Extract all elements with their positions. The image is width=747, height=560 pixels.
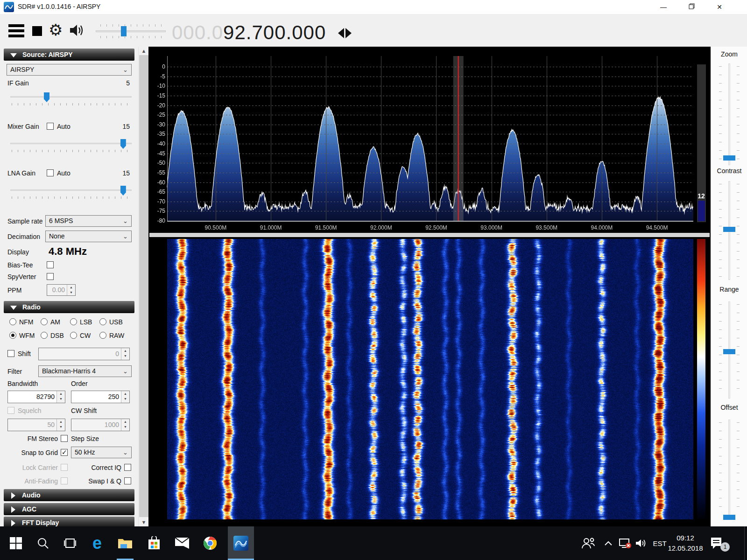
- section-header-radio[interactable]: Radio: [4, 301, 134, 313]
- show-desktop-button[interactable]: [744, 526, 747, 560]
- clock-date: 12.05.2018: [667, 543, 704, 553]
- search-icon[interactable]: [31, 526, 55, 560]
- frequency-leading-zeros[interactable]: 000.0: [172, 21, 223, 43]
- spinner-arrows-icon[interactable]: ▲▼: [67, 285, 75, 295]
- chevron-down-icon: ⌄: [123, 64, 128, 75]
- network-disconnected-icon[interactable]: [616, 526, 634, 560]
- mode-radio-cw[interactable]: [70, 332, 77, 339]
- speaker-icon[interactable]: [69, 23, 86, 39]
- mode-radio-dsb[interactable]: [41, 332, 48, 339]
- frequency-value[interactable]: 92.700.000: [223, 21, 326, 43]
- lna-gain-slider-thumb[interactable]: [120, 186, 126, 196]
- range-slider-thumb[interactable]: [723, 349, 735, 354]
- shift-checkbox[interactable]: [7, 350, 14, 357]
- mail-icon[interactable]: [170, 526, 194, 560]
- microsoft-store-icon[interactable]: [142, 526, 166, 560]
- task-view-icon[interactable]: [58, 526, 82, 560]
- section-header-audio[interactable]: Audio: [4, 489, 134, 501]
- mode-radio-wfm[interactable]: [9, 332, 16, 339]
- volume-slider[interactable]: [96, 24, 166, 38]
- offset-slider-thumb[interactable]: [723, 515, 735, 520]
- fm-stereo-checkbox[interactable]: [61, 435, 68, 442]
- shift-spinner[interactable]: 0▲▼: [38, 348, 130, 360]
- file-explorer-icon[interactable]: [113, 526, 137, 560]
- frequency-step-down-icon[interactable]: [338, 28, 344, 38]
- lna-gain-slider[interactable]: [10, 186, 132, 199]
- volume-thumb[interactable]: [121, 26, 127, 36]
- stop-button[interactable]: [32, 26, 42, 36]
- filter-select[interactable]: Blackman-Harris 4⌄: [38, 365, 132, 377]
- scroll-up-icon[interactable]: ▲: [139, 47, 149, 55]
- lna-gain-auto-checkbox[interactable]: [47, 169, 54, 176]
- minimize-button[interactable]: —: [653, 0, 674, 14]
- bandwidth-spinner[interactable]: 82790▲▼: [7, 391, 65, 403]
- spinner-arrows-icon[interactable]: ▲▼: [56, 391, 65, 403]
- volume-tray-icon[interactable]: [633, 526, 650, 560]
- close-button[interactable]: ✕: [709, 0, 730, 14]
- start-button-icon[interactable]: [4, 526, 28, 560]
- contrast-slider-thumb[interactable]: [723, 227, 735, 232]
- bias-tee-checkbox[interactable]: [47, 261, 54, 268]
- zoom-slider-thumb[interactable]: [723, 155, 735, 161]
- lock-carrier-checkbox: [61, 464, 68, 471]
- mixer-gain-slider[interactable]: [10, 139, 132, 152]
- snap-to-grid-label: Snap to Grid: [7, 449, 58, 456]
- if-gain-slider[interactable]: [10, 92, 132, 105]
- sample-rate-select[interactable]: 6 MSPS⌄: [45, 215, 132, 227]
- taskbar-clock[interactable]: 09:12 12.05.2018: [667, 533, 704, 553]
- source-device-select[interactable]: AIRSPY⌄: [7, 64, 132, 76]
- mode-radio-nfm[interactable]: [9, 318, 16, 325]
- edge-browser-icon[interactable]: e: [85, 526, 109, 560]
- range-slider[interactable]: [719, 301, 740, 399]
- scrollbar-thumb[interactable]: [139, 55, 148, 517]
- frequency-display[interactable]: 000.092.700.000: [172, 21, 326, 44]
- snap-to-grid-checkbox[interactable]: [61, 449, 68, 456]
- spectrum-display[interactable]: [148, 47, 711, 232]
- toolbar: ⚙ 000.092.700.000: [0, 14, 747, 47]
- sdrsharp-window: SDR# v1.0.0.1416 - AIRSPY — ✕ ⚙ 000.092.…: [0, 0, 747, 560]
- tray-expand-chevron-icon[interactable]: [600, 526, 616, 560]
- sdrsharp-taskbar-icon[interactable]: [228, 526, 254, 560]
- sidebar-scrollbar[interactable]: ▲ ▼: [138, 47, 148, 526]
- contrast-slider-label: Contrast: [711, 167, 747, 175]
- decimation-select[interactable]: None⌄: [45, 231, 132, 242]
- section-header-source[interactable]: Source: AIRSPY: [4, 49, 134, 61]
- contrast-slider[interactable]: [719, 181, 740, 280]
- swap-iq-checkbox[interactable]: [124, 477, 131, 484]
- zoom-slider[interactable]: [719, 63, 740, 165]
- spinner-arrows-icon[interactable]: ▲▼: [121, 348, 129, 360]
- people-icon[interactable]: [579, 526, 598, 560]
- mixer-gain-slider-thumb[interactable]: [120, 139, 126, 149]
- cw-shift-spinner: 1000▲▼: [71, 419, 130, 431]
- chrome-browser-icon[interactable]: [198, 526, 222, 560]
- spinner-arrows-icon: ▲▼: [121, 419, 129, 431]
- section-header-agc[interactable]: AGC: [4, 503, 134, 515]
- expand-triangle-icon: [11, 492, 15, 499]
- mixer-gain-auto-checkbox[interactable]: [47, 123, 54, 130]
- mode-radio-raw[interactable]: [99, 332, 106, 339]
- spyverter-checkbox[interactable]: [47, 273, 54, 280]
- scroll-down-icon[interactable]: ▼: [139, 518, 149, 526]
- spinner-arrows-icon[interactable]: ▲▼: [121, 391, 129, 403]
- anti-fading-label: Anti-Fading: [7, 477, 58, 485]
- bias-tee-label: Bias-Tee: [7, 261, 33, 269]
- mode-radio-am[interactable]: [41, 318, 48, 325]
- order-spinner[interactable]: 250▲▼: [71, 391, 130, 403]
- correct-iq-checkbox[interactable]: [124, 464, 131, 471]
- ppm-spinner[interactable]: 0.00▲▼: [47, 284, 76, 296]
- section-header-fft-display[interactable]: FFT Display: [4, 517, 134, 526]
- if-gain-slider-thumb[interactable]: [44, 92, 49, 102]
- menu-icon[interactable]: [8, 24, 24, 37]
- restore-button[interactable]: [681, 0, 702, 14]
- windows-taskbar: e EST 09:12 12.05.20: [0, 526, 747, 560]
- offset-slider[interactable]: [719, 420, 740, 518]
- frequency-step-arrows[interactable]: [338, 28, 355, 40]
- settings-gear-icon[interactable]: ⚙: [49, 21, 63, 39]
- volume-track[interactable]: [96, 30, 166, 32]
- action-center-icon[interactable]: 1: [706, 526, 726, 560]
- step-size-select[interactable]: 50 kHz⌄: [71, 447, 132, 458]
- mode-radio-lsb[interactable]: [70, 318, 77, 325]
- waterfall-display[interactable]: [148, 232, 711, 526]
- frequency-step-up-icon[interactable]: [345, 28, 352, 38]
- mode-radio-usb[interactable]: [99, 318, 106, 325]
